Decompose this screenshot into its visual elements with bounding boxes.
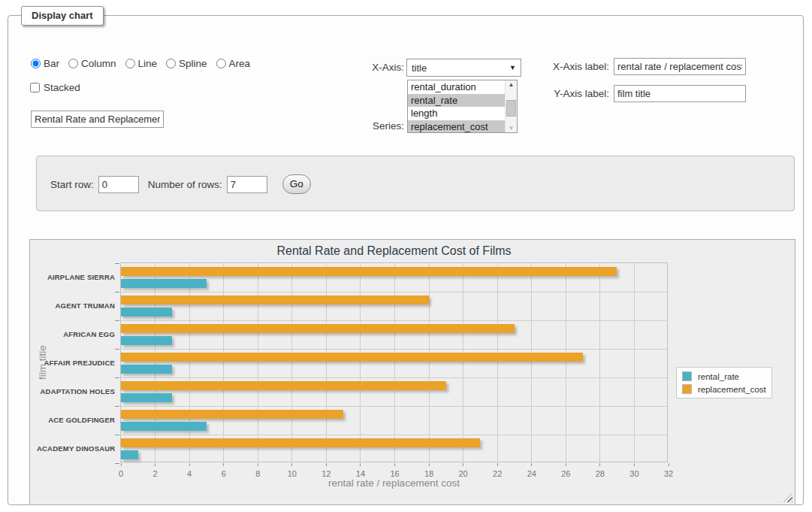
- chart-type-line[interactable]: Line: [125, 58, 158, 69]
- x-axis-tick: [121, 463, 122, 466]
- gridline-vertical: [429, 263, 430, 462]
- resize-handle-icon[interactable]: [783, 493, 792, 502]
- x-axis-label-input[interactable]: [614, 58, 746, 75]
- stacked-option[interactable]: Stacked: [30, 82, 80, 93]
- line-radio[interactable]: [125, 59, 135, 68]
- series-multiselect[interactable]: rental_duration rental_rate length repla…: [407, 80, 518, 133]
- series-list-label: Series:: [331, 120, 404, 132]
- series-option-length[interactable]: length: [408, 107, 505, 120]
- gridline-horizontal: [121, 377, 667, 378]
- area-radio[interactable]: [216, 59, 226, 68]
- x-axis-select[interactable]: title ▼: [406, 59, 521, 77]
- bar-rental_rate: [121, 336, 172, 345]
- bar-rental_rate: [121, 393, 172, 402]
- bar-radio-label: Bar: [44, 58, 59, 69]
- legend-item-replacement-cost: replacement_cost: [682, 384, 766, 394]
- bar-replacement_cost: [121, 267, 617, 276]
- go-button[interactable]: Go: [282, 174, 311, 194]
- series-option-rental-rate[interactable]: rental_rate: [408, 94, 505, 108]
- column-radio-label: Column: [81, 58, 116, 69]
- gridline-horizontal: [121, 292, 667, 292]
- chart-container: Rental Rate and Replacement Cost of Film…: [29, 239, 795, 505]
- x-axis-tick: [155, 463, 155, 466]
- bar-rental_rate: [121, 422, 207, 431]
- x-axis-tick: [634, 463, 635, 466]
- rows-panel: Start row: Number of rows: Go: [36, 156, 795, 211]
- replacement-cost-swatch-icon: [682, 384, 692, 394]
- series-options: rental_duration rental_rate length repla…: [408, 80, 505, 132]
- x-axis-tick: [429, 463, 430, 466]
- display-chart-fieldset: Bar Column Line Spline Area Stacked: [8, 15, 804, 505]
- y-axis-tick: [115, 435, 119, 435]
- x-axis-tick: [531, 463, 532, 466]
- legend-item-rental-rate: rental_rate: [682, 371, 766, 381]
- column-radio[interactable]: [68, 59, 78, 68]
- chart-type-bar[interactable]: Bar: [31, 58, 59, 69]
- x-axis-tick: [189, 463, 190, 466]
- x-axis-tick: [394, 463, 395, 466]
- line-radio-label: Line: [138, 58, 158, 69]
- bar-replacement_cost: [121, 353, 583, 362]
- gridline-vertical: [258, 263, 258, 462]
- legend-label: rental_rate: [698, 372, 739, 381]
- series-option-replacement-cost[interactable]: replacement_cost: [408, 120, 505, 133]
- chevron-down-icon: ▼: [509, 64, 516, 71]
- fieldset-legend: Display chart: [21, 6, 104, 26]
- y-axis-label-label: Y-Axis label:: [527, 88, 609, 99]
- num-rows-input[interactable]: [227, 176, 267, 193]
- chart-type-spline[interactable]: Spline: [166, 58, 207, 69]
- start-row-label: Start row:: [50, 179, 94, 190]
- start-row-input[interactable]: [98, 176, 139, 193]
- page: Bar Column Line Spline Area Stacked: [0, 0, 812, 512]
- stacked-label: Stacked: [44, 82, 80, 93]
- series-scrollbar[interactable]: ▲ ▼: [505, 80, 517, 132]
- x-axis-tick: [463, 463, 463, 466]
- y-axis-tick: [115, 349, 119, 350]
- y-axis-tick: [115, 263, 119, 264]
- series-option-rental-duration[interactable]: rental_duration: [408, 80, 505, 94]
- bar-rental_rate: [121, 308, 172, 317]
- x-axis-label-label: X-Axis label:: [527, 61, 609, 72]
- x-axis-tick: [669, 463, 669, 466]
- gridline-vertical: [497, 263, 498, 462]
- y-axis-tick: [115, 377, 119, 378]
- scroll-up-icon[interactable]: ▲: [506, 81, 517, 88]
- y-axis-tick: [115, 320, 119, 321]
- x-axis-tick: [291, 463, 292, 466]
- gridline-vertical: [463, 263, 463, 462]
- gridline-vertical: [155, 263, 155, 462]
- scroll-down-icon[interactable]: ▼: [506, 125, 517, 132]
- bar-radio[interactable]: [31, 59, 41, 68]
- num-rows-label: Number of rows:: [148, 179, 222, 190]
- area-radio-label: Area: [229, 58, 251, 69]
- y-axis-label-input[interactable]: [614, 85, 746, 102]
- gridline-vertical: [566, 263, 566, 462]
- gridline-vertical: [599, 263, 600, 462]
- gridline-vertical: [394, 263, 395, 462]
- scrollbar-thumb[interactable]: [506, 100, 516, 117]
- spline-radio-label: Spline: [179, 58, 207, 69]
- x-axis-tick: [326, 463, 327, 466]
- chart-type-column[interactable]: Column: [68, 58, 116, 69]
- y-axis-tick: [115, 463, 119, 464]
- chart-legend: rental_rate replacement_cost: [676, 367, 772, 398]
- rental-rate-swatch-icon: [682, 371, 692, 381]
- bar-replacement_cost: [121, 324, 515, 333]
- x-axis-tick: [223, 463, 224, 466]
- x-axis-tick: [360, 463, 361, 466]
- spline-radio[interactable]: [166, 59, 176, 68]
- bar-replacement_cost: [121, 295, 429, 304]
- x-axis-tick: [599, 463, 600, 466]
- stacked-checkbox[interactable]: [30, 83, 40, 92]
- bar-replacement_cost: [121, 410, 343, 419]
- y-axis-tick: [115, 292, 119, 292]
- gridline-vertical: [189, 263, 190, 462]
- chart-title: Rental Rate and Replacement Cost of Film…: [120, 244, 668, 258]
- chart-type-area[interactable]: Area: [216, 58, 251, 69]
- x-axis-tick: [497, 463, 498, 466]
- chart-title-input[interactable]: [31, 111, 164, 128]
- gridline-vertical: [531, 263, 532, 462]
- gridline-vertical: [360, 263, 361, 462]
- gridline-vertical: [634, 263, 635, 462]
- bar-replacement_cost: [121, 381, 446, 390]
